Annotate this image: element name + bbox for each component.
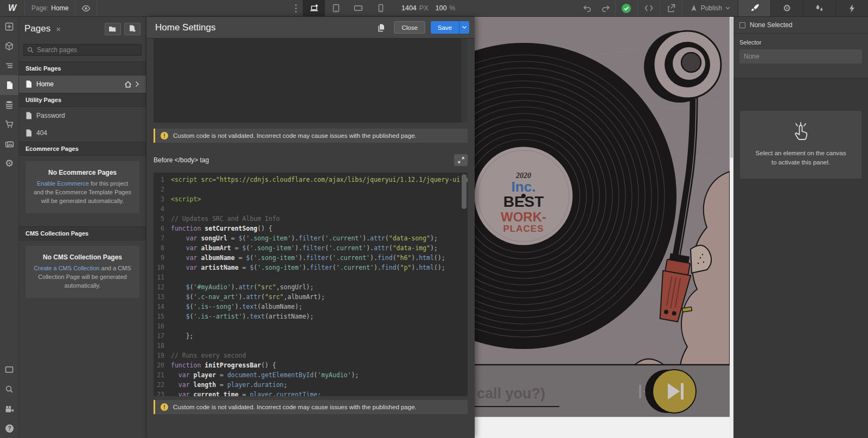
symbols-button[interactable] — [0, 36, 18, 56]
editor-scrollbar[interactable] — [462, 174, 467, 209]
page-row-404[interactable]: 404 — [19, 124, 146, 142]
canvas-width-value: 1404 — [401, 4, 417, 12]
design-canvas[interactable]: 2020 Inc. BEST WORK- PLACES — [475, 17, 733, 438]
body-code-editor[interactable]: 1<script src="https://cdnjs.cloudflare.c… — [154, 173, 468, 396]
close-icon[interactable]: × — [56, 24, 61, 34]
pages-panel-title: Pages — [24, 23, 50, 34]
save-options-button[interactable] — [459, 21, 469, 34]
export-code-button[interactable] — [638, 0, 660, 16]
publish-rocket-icon — [690, 4, 698, 12]
canvas-size-indicator: 1404 PX 100 % — [401, 0, 455, 16]
pages-button[interactable] — [0, 75, 18, 95]
cube-icon — [5, 42, 14, 50]
before-body-tag-label: Before </body> tag — [154, 156, 209, 164]
selection-checkbox[interactable] — [739, 22, 745, 28]
pages-search-input[interactable] — [37, 46, 138, 54]
home-icon — [124, 81, 132, 88]
audio-player-bar: call you?) — [475, 365, 730, 438]
page-indicator[interactable]: Page: Home — [25, 0, 75, 16]
folder-plus-icon — [108, 26, 117, 33]
pages-search[interactable] — [23, 44, 142, 56]
px-unit: PX — [419, 4, 429, 12]
breakpoint-mobile-landscape-button[interactable] — [347, 0, 369, 16]
eye-icon — [81, 4, 91, 13]
help-button[interactable]: ? — [0, 418, 18, 438]
breakpoint-mobile-portrait-button[interactable] — [369, 0, 392, 16]
breakpoint-tablet-button[interactable] — [325, 0, 347, 16]
copy-icon — [377, 23, 385, 32]
zoom-button[interactable] — [0, 379, 18, 399]
warning-text: Custom code is not validated. Incorrect … — [173, 404, 417, 410]
share-button[interactable] — [660, 0, 682, 16]
warning-icon: ! — [161, 403, 168, 411]
warning-text: Custom code is not validated. Incorrect … — [173, 132, 417, 139]
enable-ecommerce-link[interactable]: Enable Ecommerce — [37, 180, 89, 187]
page-row-password[interactable]: Password — [19, 107, 146, 124]
search-icon — [5, 385, 14, 393]
empty-hint-line1: Select an element on the canvas — [756, 150, 846, 156]
database-icon — [5, 100, 14, 109]
tablet-icon — [332, 4, 340, 12]
add-folder-button[interactable] — [105, 23, 121, 35]
pages-panel: Pages × — [19, 17, 146, 438]
doc-icon — [25, 80, 32, 88]
empty-selection-card: Select an element on the canvas to activ… — [740, 111, 861, 179]
redo-button[interactable] — [597, 0, 615, 16]
phone-portrait-icon — [378, 4, 384, 12]
head-code-editor-tail[interactable] — [154, 39, 468, 123]
save-button[interactable]: Save — [431, 21, 459, 34]
webflow-logo[interactable]: W — [0, 0, 25, 16]
breakpoint-switcher: 1404 PX 100 % — [289, 0, 455, 16]
preview-button[interactable] — [75, 0, 97, 16]
modal-title: Home Settings — [155, 22, 216, 33]
publish-label: Publish — [701, 4, 722, 12]
add-elements-button[interactable] — [0, 17, 18, 36]
ecommerce-button[interactable] — [0, 115, 18, 134]
navigator-button[interactable] — [0, 56, 18, 75]
chevron-down-icon — [725, 7, 730, 10]
svg-text:?: ? — [8, 426, 11, 431]
page-row-home[interactable]: Home — [19, 75, 146, 93]
create-cms-collection-link[interactable]: Create a CMS Collection — [34, 265, 99, 271]
breakpoint-desktop-button[interactable] — [303, 0, 325, 16]
zoom-value[interactable]: 100 — [436, 4, 447, 12]
undo-button[interactable] — [578, 0, 597, 16]
page-row-label: Home — [36, 80, 54, 88]
page-plus-icon — [129, 25, 136, 33]
phone-landscape-icon — [354, 4, 363, 12]
record-label-line3: PLACES — [503, 224, 544, 234]
undo-icon — [583, 4, 592, 12]
style-panel: None Selected Selector Select an element… — [733, 17, 868, 438]
publish-button[interactable]: Publish — [682, 0, 738, 16]
project-settings-button[interactable]: ⚙ — [0, 154, 18, 173]
assets-button[interactable] — [0, 134, 18, 154]
percent-unit: % — [449, 4, 455, 12]
tab-style-panel[interactable] — [738, 0, 770, 16]
selector-input[interactable] — [739, 49, 862, 64]
cms-button[interactable] — [0, 95, 18, 115]
duplicate-page-button[interactable] — [373, 21, 388, 34]
hide-ui-button[interactable] — [0, 360, 18, 379]
laptop-star-icon — [309, 4, 319, 13]
video-tutorials-button[interactable] — [0, 399, 18, 418]
saved-status-button[interactable] — [616, 0, 637, 16]
add-page-button[interactable] — [124, 23, 141, 35]
selection-status: None Selected — [750, 21, 793, 29]
video-camera-icon — [5, 405, 14, 413]
page-row-label: 404 — [36, 129, 47, 137]
canvas-scrollbar[interactable] — [730, 17, 733, 438]
next-track-button[interactable] — [645, 370, 696, 413]
close-button[interactable]: Close — [394, 21, 425, 34]
more-menu-button[interactable] — [289, 0, 303, 16]
chevron-right-icon[interactable] — [135, 81, 139, 87]
expand-editor-button[interactable] — [454, 154, 468, 166]
tab-settings-panel[interactable]: ⚙ — [770, 0, 803, 16]
gear-icon: ⚙ — [783, 4, 791, 13]
search-icon — [27, 47, 34, 53]
page-row-label: Password — [36, 112, 65, 119]
tab-audit-panel[interactable] — [835, 0, 868, 16]
tab-interactions-panel[interactable] — [803, 0, 835, 16]
form-question-text: call you?) — [477, 385, 545, 402]
custom-code-warning: ! Custom code is not validated. Incorrec… — [154, 400, 468, 414]
plus-square-icon — [5, 22, 14, 31]
